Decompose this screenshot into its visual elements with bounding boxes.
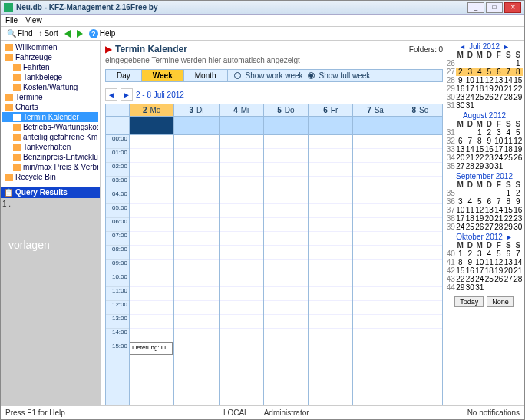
mini-day[interactable]: 19	[484, 84, 494, 93]
mini-day[interactable]: 25	[484, 275, 494, 283]
hour-cell[interactable]	[309, 342, 352, 356]
hour-cell[interactable]	[398, 190, 442, 204]
hour-cell[interactable]	[264, 287, 308, 301]
day-header[interactable]: 2Mo	[130, 104, 173, 117]
mini-day[interactable]: 27	[494, 93, 504, 101]
hour-cell[interactable]	[309, 177, 352, 190]
mini-day[interactable]: 17	[494, 145, 504, 154]
view-day-button[interactable]: Day	[106, 70, 142, 81]
mini-day[interactable]: 29	[513, 93, 523, 101]
hour-cell[interactable]	[264, 246, 308, 260]
mini-day[interactable]: 20	[484, 214, 494, 223]
tree-item[interactable]: Termine	[2, 92, 98, 102]
mini-day[interactable]	[456, 59, 466, 68]
hour-cell[interactable]	[353, 273, 397, 287]
hour-cell[interactable]	[264, 135, 308, 149]
minimize-button[interactable]: _	[467, 2, 484, 13]
prev-week-button[interactable]: ◄	[105, 88, 117, 101]
mini-day[interactable]: 26	[494, 275, 504, 283]
mini-day[interactable]: 25	[504, 154, 513, 162]
hour-cell[interactable]	[130, 301, 173, 315]
mini-day[interactable]: 10	[456, 206, 466, 214]
find-button[interactable]: 🔍 Find	[5, 29, 34, 38]
show-full-week-radio[interactable]	[308, 72, 315, 79]
mini-day[interactable]: 19	[494, 266, 504, 275]
hour-cell[interactable]	[309, 190, 352, 204]
hour-cell[interactable]	[264, 149, 308, 163]
hour-cell[interactable]	[309, 301, 352, 315]
mini-day[interactable]: 22	[513, 84, 523, 93]
mini-day[interactable]: 12	[513, 137, 523, 145]
allday-cell[interactable]	[353, 117, 397, 135]
hour-cell[interactable]	[398, 246, 442, 260]
mini-day[interactable]: 17	[456, 214, 466, 223]
hour-cell[interactable]	[264, 232, 308, 246]
hour-cell[interactable]	[398, 287, 442, 301]
hour-cell[interactable]	[353, 232, 397, 246]
mini-day[interactable]	[484, 283, 494, 292]
hour-cell[interactable]	[309, 204, 352, 218]
mini-day[interactable]	[456, 128, 466, 137]
mini-day[interactable]: 13	[494, 76, 504, 84]
mini-day[interactable]: 12	[494, 258, 504, 266]
tree-item[interactable]: Fahrten	[2, 62, 98, 72]
mini-day[interactable]: 15	[475, 145, 485, 154]
mini-day[interactable]: 22	[456, 275, 466, 283]
mini-day[interactable]: 5	[513, 128, 523, 137]
hour-cell[interactable]	[174, 177, 218, 190]
hour-cell[interactable]	[398, 315, 442, 329]
mini-day[interactable]: 1	[456, 250, 466, 258]
hour-cell[interactable]	[220, 232, 263, 246]
mini-day[interactable]	[494, 189, 504, 197]
nav-forward-button[interactable]	[75, 30, 84, 38]
hour-cell[interactable]	[220, 260, 263, 273]
tree-item[interactable]: Kosten/Wartung	[2, 82, 98, 92]
hour-cell[interactable]	[264, 163, 308, 177]
mini-day[interactable]: 4	[475, 68, 485, 76]
hour-cell[interactable]	[174, 260, 218, 273]
mini-day[interactable]: 3	[465, 68, 475, 76]
mini-day[interactable]: 21	[513, 266, 523, 275]
mini-day[interactable]: 11	[484, 258, 494, 266]
mini-day[interactable]: 12	[475, 206, 485, 214]
mini-day[interactable]: 29	[504, 223, 513, 231]
hour-cell[interactable]	[398, 329, 442, 342]
hour-cell[interactable]	[220, 246, 263, 260]
mini-day[interactable]: 23	[484, 154, 494, 162]
mini-day[interactable]	[513, 283, 523, 292]
hour-cell[interactable]	[174, 204, 218, 218]
allday-cell[interactable]	[398, 117, 442, 135]
show-work-week-radio[interactable]	[234, 72, 241, 79]
allday-cell[interactable]	[174, 117, 218, 135]
tree-item[interactable]: Willkommen	[2, 42, 98, 52]
hour-cell[interactable]	[174, 246, 218, 260]
mini-day[interactable]: 8	[475, 137, 485, 145]
day-column[interactable]: 3Di	[173, 104, 218, 405]
hour-cell[interactable]	[398, 260, 442, 273]
mini-day[interactable]: 7	[513, 250, 523, 258]
query-row[interactable]: 1 .	[2, 200, 98, 208]
allday-cell[interactable]	[309, 117, 352, 135]
mini-day[interactable]	[465, 59, 475, 68]
day-header[interactable]: 8So	[398, 104, 442, 117]
mini-day[interactable]: 6	[456, 137, 466, 145]
mini-day[interactable]: 9	[513, 197, 523, 206]
mini-day[interactable]: 24	[456, 223, 466, 231]
hour-cell[interactable]	[353, 204, 397, 218]
hour-cell[interactable]	[264, 260, 308, 273]
mini-day[interactable]	[465, 189, 475, 197]
mini-day[interactable]: 27	[484, 223, 494, 231]
hour-cell[interactable]	[353, 218, 397, 232]
mini-day[interactable]: 31	[494, 162, 504, 170]
mini-day[interactable]: 23	[465, 275, 475, 283]
mini-day[interactable]: 16	[456, 84, 466, 93]
tree-item[interactable]: Charts	[2, 102, 98, 112]
mini-day[interactable]: 10	[465, 76, 475, 84]
show-work-week-label[interactable]: Show work week	[246, 71, 303, 80]
mini-day[interactable]: 10	[475, 258, 485, 266]
tree-item[interactable]: Tankbelege	[2, 72, 98, 82]
hour-cell[interactable]	[220, 204, 263, 218]
mini-day[interactable]: 18	[504, 145, 513, 154]
hour-cell[interactable]	[264, 218, 308, 232]
day-header[interactable]: 3Di	[174, 104, 218, 117]
